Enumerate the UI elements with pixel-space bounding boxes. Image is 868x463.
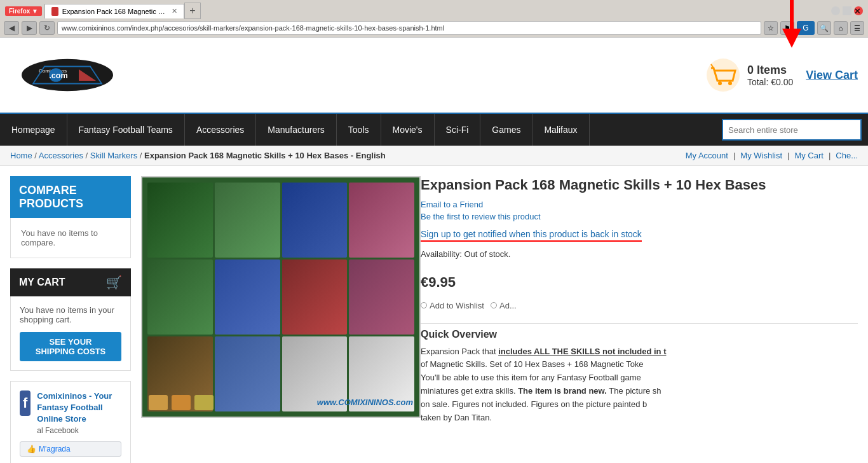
breadcrumb-sep2: / — [86, 151, 90, 160]
account-links: My Account | My Wishlist | My Cart | Che… — [686, 151, 858, 160]
desc-text-2: of Magnetic Skills. Set of 10 Hex Bases … — [421, 358, 858, 371]
back-in-stock-area: Sign up to get notified when this produc… — [421, 229, 858, 244]
review-link[interactable]: Be the first to review this product — [421, 212, 858, 221]
product-image: www.COMIXININOS.com — [141, 176, 421, 418]
availability-text: Availability: Out of stock. — [421, 249, 510, 259]
card-10 — [215, 336, 280, 411]
my-wishlist-link[interactable]: My Wishlist — [740, 151, 782, 160]
cart-total: Total: €0.00 — [747, 77, 793, 87]
forward-btn[interactable]: ▶ — [22, 21, 37, 35]
nav-item-movies[interactable]: Movie's — [381, 114, 435, 146]
home-browser-btn[interactable]: ⌂ — [834, 21, 848, 35]
firefox-badge: Firefox ▼ — [5, 6, 42, 16]
browser-nav-bar: ◀ ▶ ↻ ☆ ⚑ G 🔍 ⌂ ☰ — [0, 19, 868, 37]
svg-point-6 — [718, 81, 722, 85]
add-to-wishlist-item: Add to Wishlist — [421, 301, 484, 310]
breadcrumb-accessories[interactable]: Accessories — [39, 151, 83, 160]
skill-cards-grid — [142, 177, 419, 417]
nav-item-manufacturers[interactable]: Manufacturers — [256, 114, 336, 146]
add-compare-item: Ad... — [491, 301, 517, 310]
facebook-widget: f Comixininos - Your Fantasy Football On… — [10, 381, 131, 463]
cart-items: 0 Items — [747, 64, 793, 77]
desc-text-1: Expansion Pack that — [421, 347, 498, 356]
add-to-wishlist-link[interactable]: Add to Wishlist — [430, 301, 484, 310]
shipping-costs-button[interactable]: SEE YOUR SHIPPING COSTS — [20, 332, 121, 361]
divider — [421, 323, 858, 324]
cart-icon — [706, 58, 741, 93]
desc-text-7: taken by Dan Titan. — [421, 411, 858, 425]
refresh-btn[interactable]: ↻ — [39, 21, 55, 35]
search-magnify-btn[interactable]: 🔍 — [817, 21, 831, 35]
breadcrumb-home[interactable]: Home — [10, 151, 32, 160]
site-header: Comixininos .com 0 Items Total: €0.00 Vi… — [0, 38, 868, 114]
cart-info: 0 Items Total: €0.00 — [747, 64, 793, 87]
token-row — [149, 395, 214, 410]
search-input[interactable] — [722, 119, 862, 141]
cart-widget-body: You have no items in your shopping cart.… — [10, 296, 131, 371]
browser-chrome: Firefox ▼ Expansion Pack 168 Magnetic Sk… — [0, 0, 868, 38]
sep1: | — [733, 151, 735, 160]
back-in-stock-link[interactable]: Sign up to get notified when this produc… — [421, 229, 642, 242]
product-image-area: www.COMIXININOS.com — [141, 176, 421, 463]
arrow-area: Availability: Out of stock. — [421, 249, 858, 259]
fb-suffix: al Facebook — [37, 426, 78, 435]
spacer — [421, 264, 858, 274]
add-compare-link[interactable]: Ad... — [499, 301, 517, 310]
availability-value: Out of stock. — [464, 249, 510, 259]
desc-text-3: You'll be able to use this item for any … — [421, 371, 858, 385]
checkout-link[interactable]: Che... — [836, 151, 858, 160]
nav-item-fantasy[interactable]: Fantasy Football Teams — [67, 114, 185, 146]
nav-item-games[interactable]: Games — [480, 114, 532, 146]
site-logo: Comixininos .com — [10, 50, 125, 100]
view-cart-button[interactable]: View Cart — [806, 69, 858, 82]
new-tab-btn[interactable]: + — [184, 3, 201, 19]
compare-radio — [491, 302, 497, 308]
minimize-btn[interactable] — [831, 6, 840, 15]
quick-overview-title: Quick Overview — [421, 329, 858, 340]
nav-item-malifaux[interactable]: Malifaux — [532, 114, 589, 146]
desc-bold-1: The item is brand new. — [518, 386, 607, 396]
breadcrumb-skill-markers[interactable]: Skill Markers — [90, 151, 137, 160]
my-cart-link[interactable]: My Cart — [794, 151, 824, 160]
close-btn[interactable]: ✕ — [854, 6, 863, 15]
breadcrumb: Home / Accessories / Skill Markers / Exp… — [10, 151, 386, 160]
url-bar[interactable] — [57, 21, 761, 35]
fb-thumb-icon: 👍 — [27, 445, 36, 453]
card-7 — [282, 259, 348, 335]
nav-item-scifi[interactable]: Sci-Fi — [435, 114, 481, 146]
sep2: | — [787, 151, 789, 160]
compare-body: You have no items to compare. — [10, 218, 131, 258]
wishlist-area: Add to Wishlist Ad... — [421, 301, 858, 310]
desc-text-5: The picture sh — [607, 386, 661, 396]
fb-widget-top: f Comixininos - Your Fantasy Football On… — [20, 390, 121, 435]
nav-item-accessories[interactable]: Accessories — [185, 114, 256, 146]
browser-tab[interactable]: Expansion Pack 168 Magnetic Skills + 10 … — [44, 4, 184, 18]
back-btn[interactable]: ◀ — [4, 21, 19, 35]
svg-point-7 — [728, 81, 732, 85]
nav-item-homepage[interactable]: Homepage — [0, 114, 67, 146]
token-1 — [149, 395, 168, 410]
email-friend-link[interactable]: Email to a Friend — [421, 200, 858, 209]
my-account-link[interactable]: My Account — [686, 151, 728, 160]
fb-store-link[interactable]: Comixininos - Your Fantasy Football Onli… — [37, 390, 121, 425]
compare-widget: COMPARE PRODUCTS You have no items to co… — [10, 176, 131, 258]
product-details: Expansion Pack 168 Magnetic Skills + 10 … — [421, 176, 858, 463]
watermark: www.COMIXININOS.com — [317, 397, 413, 407]
wishlist-radio — [421, 302, 427, 308]
nav-item-tools[interactable]: Tools — [337, 114, 381, 146]
card-3 — [282, 183, 348, 258]
cart-widget-header: MY CART 🛒 — [10, 268, 131, 296]
tab-close-btn[interactable]: ✕ — [172, 7, 177, 15]
desc-highlight: includes ALL THE SKILLS not included in … — [498, 347, 666, 356]
maximize-btn[interactable] — [843, 6, 851, 15]
cart-widget-empty-text: You have no items in your shopping cart. — [20, 305, 121, 324]
main-nav: Homepage Fantasy Football Teams Accessor… — [0, 114, 868, 146]
card-2 — [215, 183, 280, 258]
desc-text-6: on sale. Figures not included. Figures o… — [421, 398, 858, 411]
token-2 — [172, 395, 191, 410]
main-content: COMPARE PRODUCTS You have no items to co… — [0, 166, 868, 463]
header-right: 0 Items Total: €0.00 View Cart — [706, 58, 858, 93]
settings-btn[interactable]: ☰ — [850, 21, 864, 35]
fb-like-button[interactable]: 👍 M'agrada — [20, 441, 121, 457]
card-6 — [215, 259, 280, 335]
